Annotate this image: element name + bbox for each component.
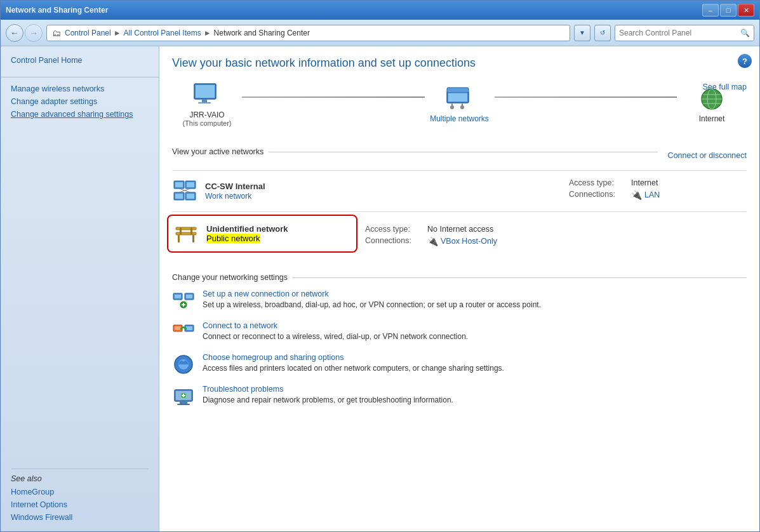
access-type-label-ccswinternal: Access type:	[569, 178, 626, 187]
settings-text-troubleshoot: Troubleshoot problems Diagnose and repai…	[203, 385, 747, 404]
settings-item-homegroup: Choose homegroup and sharing options Acc…	[172, 353, 747, 376]
minimize-button[interactable]: –	[702, 4, 719, 17]
svg-rect-30	[178, 235, 180, 243]
settings-text-new-connection: Set up a new connection or network Set u…	[203, 289, 747, 309]
svg-rect-3	[198, 102, 211, 103]
svg-rect-28	[176, 232, 196, 235]
svg-rect-5	[448, 93, 467, 102]
svg-rect-49	[180, 402, 187, 404]
network-info-ccswinternal: CC-SW Internal Work network	[172, 178, 569, 204]
svg-rect-31	[192, 235, 194, 243]
main-window: Network and Sharing Center – □ ✕ ← → 🗂 C…	[0, 0, 760, 532]
active-networks-title: View your active networks	[172, 147, 658, 156]
breadcrumb-all-items[interactable]: All Control Panel Items	[124, 29, 201, 37]
ccswinternal-name: CC-SW Internal	[205, 182, 569, 191]
connect-network-icon	[172, 321, 195, 344]
breadcrumb-control-panel[interactable]: Control Panel	[65, 29, 111, 37]
svg-rect-37	[186, 295, 192, 298]
sidebar-section-links: Manage wireless networks Change adapter …	[1, 83, 159, 121]
network-diagram: See full map JRR-VAIO (This computer)	[172, 83, 747, 137]
troubleshoot-icon	[172, 385, 195, 408]
close-button[interactable]: ✕	[738, 4, 754, 17]
sidebar-item-change-adapter[interactable]: Change adapter settings	[11, 95, 149, 108]
access-type-label-unidentified: Access type:	[365, 225, 422, 234]
forward-button[interactable]: →	[25, 24, 43, 42]
new-connection-link[interactable]: Set up a new connection or network	[203, 289, 747, 298]
troubleshoot-link[interactable]: Troubleshoot problems	[203, 385, 747, 394]
connection-icon-ccswinternal: 🔌	[631, 190, 642, 200]
sidebar-spacer	[1, 126, 159, 463]
search-box[interactable]: 🔍	[615, 25, 754, 41]
svg-rect-33	[190, 227, 192, 235]
address-bar: ← → 🗂 Control Panel ► All Control Panel …	[1, 20, 759, 46]
sidebar-item-windows-firewall[interactable]: Windows Firewall	[11, 511, 149, 524]
connections-row-ccswinternal: Connections: 🔌 LAN	[569, 190, 747, 200]
svg-rect-35	[175, 295, 181, 298]
network-node-computer: JRR-VAIO (This computer)	[172, 83, 242, 127]
svg-rect-29	[176, 227, 196, 230]
settings-item-connect-network: Connect to a network Connect or reconnec…	[172, 321, 747, 344]
page-title: View your basic network information and …	[172, 57, 747, 70]
search-input[interactable]	[619, 29, 740, 37]
troubleshoot-desc: Diagnose and repair network problems, or…	[203, 396, 453, 404]
sidebar-bottom: See also HomeGroup Internet Options Wind…	[1, 463, 159, 524]
unidentified-type-highlighted[interactable]: Public network	[206, 234, 260, 243]
connect-network-link[interactable]: Connect to a network	[203, 321, 747, 330]
svg-rect-42	[175, 326, 181, 330]
access-type-row-ccswinternal: Access type: Internet	[569, 178, 747, 187]
access-type-value-unidentified: No Internet access	[427, 225, 493, 234]
sidebar-item-manage-wireless[interactable]: Manage wireless networks	[11, 83, 149, 95]
access-type-value-ccswinternal: Internet	[631, 178, 658, 187]
ccswinternal-icon	[172, 178, 197, 204]
svg-rect-2	[202, 100, 207, 102]
connections-value-ccswinternal[interactable]: LAN	[644, 190, 660, 199]
help-icon[interactable]: ?	[738, 54, 752, 68]
breadcrumb-current: Network and Sharing Center	[214, 29, 310, 37]
hub-icon	[444, 86, 475, 112]
hub-label[interactable]: Multiple networks	[430, 114, 489, 123]
sidebar-item-internet-options[interactable]: Internet Options	[11, 498, 149, 511]
network-node-internet: Internet	[677, 86, 747, 123]
network-row-unidentified: Unidentified network Public network Acce…	[172, 211, 747, 263]
svg-rect-9	[451, 103, 453, 107]
address-path[interactable]: 🗂 Control Panel ► All Control Panel Item…	[46, 25, 570, 41]
network-row-ccswinternal: CC-SW Internal Work network Access type:…	[172, 170, 747, 211]
svg-rect-19	[187, 182, 194, 187]
svg-rect-44	[186, 326, 192, 330]
network-details-unidentified: Unidentified network Public network	[206, 224, 351, 243]
refresh-button[interactable]: ↺	[594, 25, 611, 41]
connections-label-unidentified: Connections:	[365, 236, 422, 246]
new-connection-desc: Set up a wireless, broadband, dial-up, a…	[203, 300, 541, 309]
connections-label-ccswinternal: Connections:	[569, 190, 626, 200]
svg-rect-32	[180, 227, 182, 235]
sidebar-item-change-sharing[interactable]: Change advanced sharing settings	[11, 108, 149, 121]
sidebar-item-homegroup[interactable]: HomeGroup	[11, 486, 149, 498]
sidebar: Control Panel Home Manage wireless netwo…	[1, 46, 159, 531]
title-bar: Network and Sharing Center – □ ✕	[1, 1, 759, 20]
connect-disconnect-link[interactable]: Connect or disconnect	[668, 151, 747, 160]
connections-value-unidentified[interactable]: VBox Host-Only	[441, 237, 497, 246]
window-title: Network and Sharing Center	[6, 6, 108, 15]
internet-label: Internet	[699, 114, 725, 123]
search-icon: 🔍	[740, 29, 750, 37]
ccswinternal-type[interactable]: Work network	[205, 192, 251, 201]
active-networks-header: View your active networks Connect or dis…	[172, 147, 747, 164]
see-full-map-link[interactable]: See full map	[703, 83, 747, 91]
network-details-ccswinternal: CC-SW Internal Work network	[205, 182, 569, 201]
maximize-button[interactable]: □	[720, 4, 737, 17]
highlighted-type[interactable]: Public network	[206, 234, 260, 243]
svg-rect-1	[196, 85, 215, 98]
svg-rect-23	[187, 194, 194, 199]
network-line-1	[242, 96, 425, 98]
network-right-unidentified: Access type: No Internet access Connecti…	[365, 220, 543, 255]
homegroup-link[interactable]: Choose homegroup and sharing options	[203, 353, 747, 362]
svg-rect-17	[175, 182, 183, 187]
settings-item-new-connection: Set up a new connection or network Set u…	[172, 289, 747, 312]
see-also-title: See also	[11, 474, 149, 483]
settings-section: Change your networking settings	[172, 273, 747, 408]
address-dropdown[interactable]: ▼	[574, 25, 590, 41]
computer-sublabel: (This computer)	[182, 119, 231, 127]
svg-rect-10	[462, 103, 463, 107]
sidebar-control-panel-home[interactable]: Control Panel Home	[11, 54, 149, 67]
back-button[interactable]: ←	[6, 24, 23, 42]
